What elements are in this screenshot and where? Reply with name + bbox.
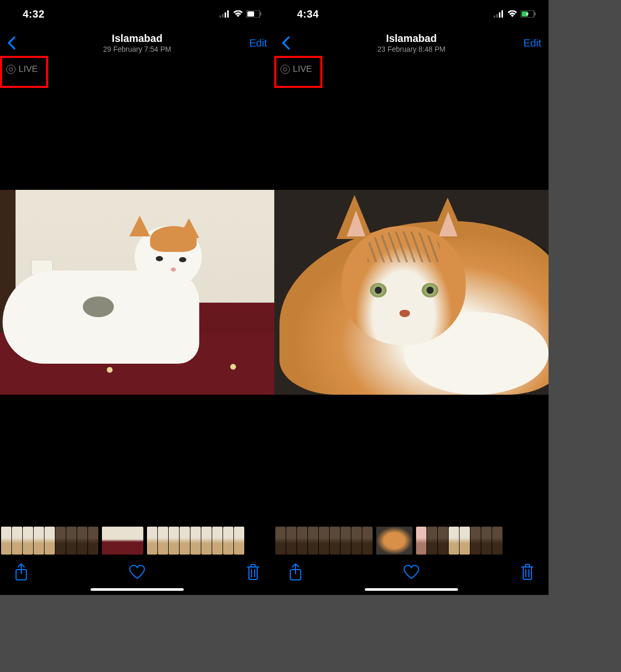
location-title: Islamabad bbox=[103, 33, 171, 44]
delete-button[interactable] bbox=[521, 564, 534, 580]
home-indicator[interactable] bbox=[365, 588, 458, 591]
chevron-left-icon bbox=[7, 36, 16, 50]
thumb[interactable] bbox=[234, 527, 244, 555]
thumb[interactable] bbox=[190, 527, 201, 555]
thumb[interactable] bbox=[12, 527, 22, 555]
live-photo-badge[interactable]: LIVE bbox=[3, 63, 41, 76]
nav-title-area: Islamabad 29 February 7:54 PM bbox=[103, 33, 171, 53]
thumb[interactable] bbox=[23, 527, 33, 555]
phone-screen-left: 4:32 Islamabad 29 February 7:54 PM Edit … bbox=[0, 0, 274, 595]
wifi-icon bbox=[233, 10, 243, 18]
svg-rect-2 bbox=[225, 12, 226, 18]
thumb[interactable] bbox=[492, 527, 502, 555]
svg-rect-6 bbox=[260, 12, 261, 16]
thumb[interactable] bbox=[223, 527, 233, 555]
datetime-subtitle: 23 February 8:48 PM bbox=[377, 45, 446, 53]
thumb[interactable] bbox=[169, 527, 179, 555]
thumb[interactable] bbox=[362, 527, 373, 555]
live-label: LIVE bbox=[19, 64, 38, 74]
thumb[interactable] bbox=[55, 527, 66, 555]
status-time: 4:34 bbox=[287, 8, 319, 20]
cellular-icon bbox=[219, 10, 230, 18]
thumb[interactable] bbox=[330, 527, 340, 555]
cellular-icon bbox=[494, 10, 504, 18]
thumb[interactable] bbox=[286, 527, 297, 555]
share-icon bbox=[14, 563, 28, 581]
share-button[interactable] bbox=[289, 563, 302, 581]
photo-filmstrip[interactable] bbox=[274, 527, 549, 555]
thumb[interactable] bbox=[212, 527, 223, 555]
favorite-button[interactable] bbox=[403, 565, 420, 579]
svg-rect-14 bbox=[535, 12, 536, 16]
live-photo-content bbox=[0, 190, 274, 395]
svg-rect-5 bbox=[247, 11, 254, 17]
delete-button[interactable] bbox=[246, 564, 260, 580]
thumb[interactable] bbox=[180, 527, 190, 555]
thumb[interactable] bbox=[1, 527, 11, 555]
nav-title-area: Islamabad 23 February 8:48 PM bbox=[377, 33, 446, 53]
thumb[interactable] bbox=[449, 527, 459, 555]
status-icons bbox=[494, 10, 536, 18]
thumb[interactable] bbox=[66, 527, 77, 555]
live-label: LIVE bbox=[293, 64, 312, 74]
svg-rect-1 bbox=[222, 14, 224, 18]
heart-icon bbox=[129, 565, 145, 579]
chevron-left-icon bbox=[282, 36, 290, 50]
status-icons bbox=[219, 10, 262, 18]
edit-button[interactable]: Edit bbox=[524, 37, 541, 49]
svg-rect-10 bbox=[499, 12, 500, 18]
annotation-highlight: LIVE bbox=[274, 56, 322, 88]
thumb[interactable] bbox=[275, 527, 286, 555]
thumb[interactable] bbox=[34, 527, 44, 555]
thumb[interactable] bbox=[341, 527, 351, 555]
svg-rect-9 bbox=[496, 14, 498, 18]
thumb[interactable] bbox=[438, 527, 448, 555]
thumb[interactable] bbox=[351, 527, 362, 555]
nav-bar: Islamabad 29 February 7:54 PM Edit bbox=[0, 28, 274, 58]
battery-icon bbox=[246, 10, 262, 18]
svg-rect-0 bbox=[219, 16, 221, 18]
thumb[interactable] bbox=[88, 527, 98, 555]
back-button[interactable] bbox=[282, 36, 290, 50]
photo-filmstrip[interactable] bbox=[0, 527, 274, 555]
share-button[interactable] bbox=[14, 563, 28, 581]
heart-icon bbox=[403, 565, 420, 579]
status-time: 4:32 bbox=[12, 8, 45, 20]
home-indicator[interactable] bbox=[91, 588, 184, 591]
live-photo-content bbox=[274, 190, 549, 395]
svg-rect-8 bbox=[494, 16, 495, 18]
svg-rect-3 bbox=[227, 10, 229, 18]
nav-bar: Islamabad 23 February 8:48 PM Edit bbox=[274, 28, 549, 58]
edit-button[interactable]: Edit bbox=[249, 37, 267, 49]
thumb-selected[interactable] bbox=[376, 527, 412, 555]
battery-charging-icon bbox=[521, 10, 536, 18]
thumb[interactable] bbox=[77, 527, 87, 555]
datetime-subtitle: 29 February 7:54 PM bbox=[103, 45, 171, 53]
thumb[interactable] bbox=[308, 527, 318, 555]
thumb[interactable] bbox=[201, 527, 212, 555]
thumb[interactable] bbox=[158, 527, 168, 555]
thumb[interactable] bbox=[481, 527, 492, 555]
thumb[interactable] bbox=[460, 527, 470, 555]
thumb[interactable] bbox=[45, 527, 55, 555]
favorite-button[interactable] bbox=[129, 565, 145, 579]
status-bar: 4:32 bbox=[0, 0, 274, 28]
location-title: Islamabad bbox=[377, 33, 446, 44]
thumb[interactable] bbox=[427, 527, 437, 555]
photo-viewer[interactable] bbox=[274, 58, 549, 527]
thumb[interactable] bbox=[297, 527, 307, 555]
thumb[interactable] bbox=[470, 527, 481, 555]
thumb[interactable] bbox=[147, 527, 157, 555]
trash-icon bbox=[246, 564, 260, 580]
live-photo-badge[interactable]: LIVE bbox=[277, 63, 315, 76]
wifi-icon bbox=[507, 10, 518, 18]
live-icon bbox=[280, 65, 290, 74]
photo-viewer[interactable] bbox=[0, 58, 274, 527]
svg-rect-11 bbox=[501, 10, 503, 18]
back-button[interactable] bbox=[7, 36, 16, 50]
trash-icon bbox=[521, 564, 534, 580]
thumb[interactable] bbox=[319, 527, 329, 555]
annotation-highlight: LIVE bbox=[0, 56, 48, 88]
thumb-selected[interactable] bbox=[102, 527, 143, 555]
thumb[interactable] bbox=[416, 527, 426, 555]
